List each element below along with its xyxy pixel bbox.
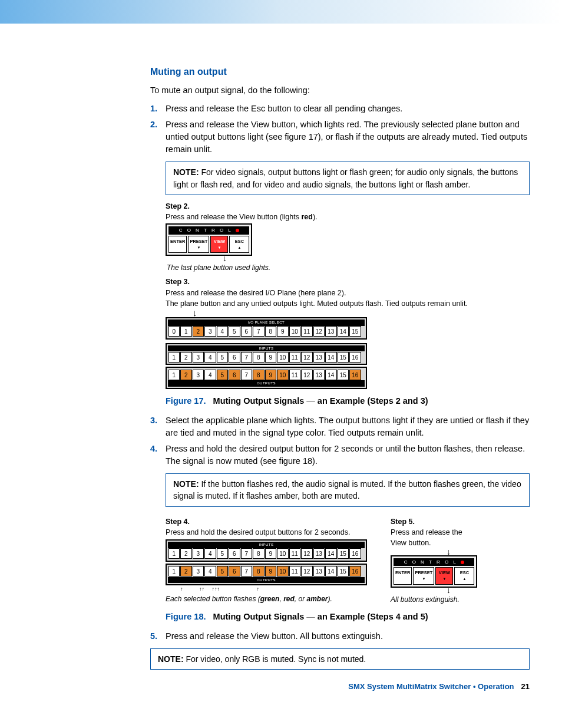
panel-button-14: 14 [325, 548, 337, 559]
view-button-lit: VIEW [210, 236, 228, 253]
panel-button-11: 11 [289, 352, 301, 363]
fig17-rows: ↓ I/O PLANE SELECT 012345678910111213141… [166, 310, 530, 389]
step-text: Press and hold the desired output button… [166, 443, 530, 467]
panel-button-8: 8 [265, 326, 277, 337]
step-list-end: 5. Press and release the View button. Al… [150, 630, 530, 643]
panel-button-7: 7 [241, 566, 253, 577]
fig18-block: Step 4. Press and hold the desired outpu… [166, 513, 530, 605]
figure-17-caption: Figure 17. Muting Output Signals — an Ex… [166, 395, 530, 407]
note-box-3: NOTE: For video, only RGB is muted. Sync… [150, 648, 530, 670]
diagram-step-3: Step 3. Press and release the desired I/… [166, 276, 530, 308]
inputs-row-2: 12345678910111213141516 [168, 548, 365, 559]
step-num: 4. [150, 443, 166, 455]
panel-header: C O N T R O L [168, 226, 249, 235]
panel-button-2: 2 [180, 370, 192, 380]
panel-button-2: 2 [193, 326, 204, 337]
step-num: 5. [150, 630, 166, 643]
note-text: For video, only RGB is muted. Sync is no… [186, 654, 366, 664]
panel-button-9: 9 [265, 548, 277, 559]
enter-button: ENTER [394, 567, 412, 585]
io-header: I/O PLANE SELECT [168, 319, 365, 326]
step-num: 3. [150, 414, 166, 427]
step2-label: Step 2. [166, 202, 190, 210]
inputs-header: INPUTS [168, 345, 365, 352]
panel-button-12: 12 [301, 548, 313, 559]
step-list: 1. Press and release the Esc button to c… [150, 103, 530, 156]
panel-button-12: 12 [313, 326, 325, 337]
panel-button-2: 2 [180, 352, 192, 363]
panel-button-13: 13 [313, 370, 325, 380]
step5-col: Step 5. Press and release the View butto… [391, 513, 477, 605]
step3-line2: The plane button and any untied outputs … [166, 298, 530, 309]
panel-button-0: 0 [168, 326, 180, 337]
panel-button-5: 5 [217, 352, 229, 363]
panel-button-13: 13 [313, 566, 325, 577]
outputs-header: OUTPUTS [168, 380, 365, 387]
panel-button-7: 7 [253, 326, 265, 337]
panel-button-11: 11 [289, 370, 301, 380]
step-text: Press and release the Esc button to clea… [166, 103, 530, 115]
enter-button: ENTER [168, 236, 187, 253]
control-panel-diagram-1: C O N T R O L ENTER PRESET VIEW ESC ↓ [166, 223, 530, 262]
panel-button-12: 12 [301, 352, 313, 363]
panel-button-7: 7 [241, 352, 253, 363]
panel-button-14: 14 [325, 566, 337, 577]
panel-button-16: 16 [349, 548, 361, 559]
io-plane-row: 0123456789101112131415 [168, 326, 365, 337]
panel-button-3: 3 [193, 370, 204, 380]
figure-18-caption: Figure 18. Muting Output Signals — an Ex… [166, 611, 530, 623]
step5-line2: View button. [391, 538, 477, 548]
panel-button-5: 5 [217, 370, 229, 380]
note-label: NOTE: [173, 167, 199, 177]
panel-header: C O N T R O L [394, 558, 474, 566]
panel-button-6: 6 [241, 326, 253, 337]
arrows-up-icon: ↑ ↑↑ ↑↑↑ ↑ [180, 585, 367, 593]
panel-button-8: 8 [253, 370, 265, 380]
panel-button-8: 8 [253, 352, 265, 363]
top-gradient-bar [0, 0, 562, 24]
panel-button-1: 1 [168, 548, 180, 559]
panel-button-9: 9 [265, 370, 277, 380]
note-box-2: NOTE: If the button flashes red, the aud… [166, 473, 530, 507]
panel-button-4: 4 [217, 326, 229, 337]
preset-button: PRESET [413, 567, 434, 585]
panel-button-8: 8 [253, 566, 265, 577]
panel-button-6: 6 [229, 370, 240, 380]
step4-col: Step 4. Press and hold the desired outpu… [166, 513, 367, 605]
panel-button-15: 15 [338, 548, 349, 559]
panel-button-3: 3 [204, 326, 216, 337]
panel-button-9: 9 [265, 352, 277, 363]
panel-button-12: 12 [301, 566, 313, 577]
step-text: Press and release the View button. All b… [166, 630, 530, 643]
step-text: Press and release the View button, which… [166, 118, 530, 156]
panel-button-3: 3 [193, 548, 204, 559]
step-5-main: 5. Press and release the View button. Al… [150, 630, 530, 643]
outputs-row: 12345678910111213141516 [168, 369, 365, 380]
preset-button: PRESET [188, 236, 209, 253]
panel-button-6: 6 [229, 566, 240, 577]
panel-button-5: 5 [229, 326, 240, 337]
step-1: 1. Press and release the Esc button to c… [150, 103, 530, 115]
diagram-step-2: Step 2. Press and release the View butto… [166, 201, 530, 222]
panel-button-13: 13 [313, 352, 325, 363]
inputs-header: INPUTS [168, 542, 365, 548]
arrow-down-icon: ↓ [447, 588, 477, 594]
panel-button-9: 9 [277, 326, 289, 337]
panel-button-1: 1 [168, 352, 180, 363]
step2-text-b: ). [313, 213, 318, 221]
step-3-main: 3. Select the applicable plane which lig… [150, 414, 530, 439]
panel-button-15: 15 [338, 352, 349, 363]
esc-button: ESC [229, 236, 249, 253]
panel-button-2: 2 [180, 566, 192, 577]
panel-button-6: 6 [229, 548, 240, 559]
panel-button-16: 16 [349, 566, 361, 577]
panel-button-1: 1 [180, 326, 192, 337]
panel-button-8: 8 [253, 548, 265, 559]
intro-text: To mute an output signal, do the followi… [150, 84, 530, 97]
panel-button-10: 10 [277, 566, 289, 577]
panel-button-13: 13 [325, 326, 337, 337]
step-2: 2. Press and release the View button, wh… [150, 118, 530, 156]
section-heading: Muting an output [150, 65, 530, 78]
step-list-cont: 3. Select the applicable plane which lig… [150, 414, 530, 467]
panel-button-2: 2 [180, 548, 192, 559]
